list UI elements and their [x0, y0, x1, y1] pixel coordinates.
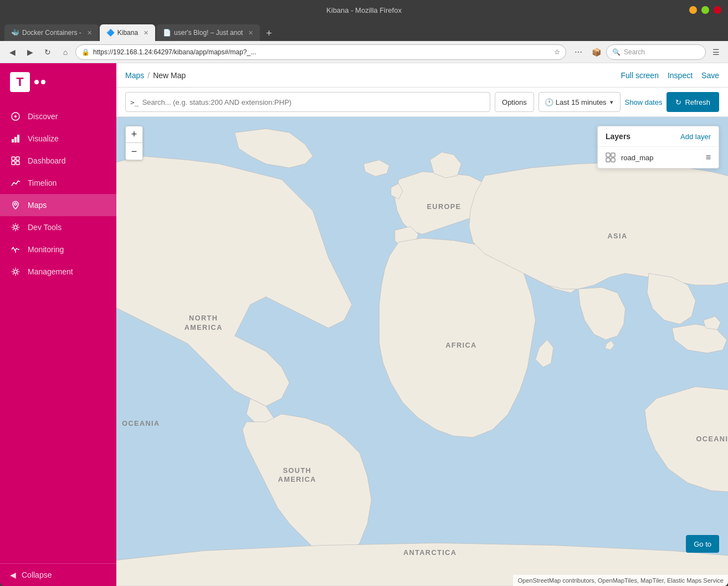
time-chevron-icon: ▼: [609, 99, 614, 105]
query-input-wrapper: >_: [125, 92, 490, 112]
breadcrumb-maps-link[interactable]: Maps: [125, 71, 144, 80]
sidebar-maps-label: Maps: [28, 201, 47, 210]
sidebar-discover-label: Discover: [28, 112, 58, 121]
content-area: Maps / New Map Full screen Inspect Save …: [116, 63, 728, 586]
svg-point-9: [14, 203, 17, 205]
svg-rect-3: [14, 137, 17, 142]
sidebar-monitoring-label: Monitoring: [28, 245, 64, 254]
window-title: Kibana - Mozilla Firefox: [326, 6, 402, 14]
sidebar-item-devtools[interactable]: Dev Tools: [0, 216, 116, 238]
svg-rect-24: [611, 153, 615, 157]
sidebar: T Discover Visualize: [0, 63, 116, 586]
forward-button[interactable]: ▶: [22, 44, 38, 60]
world-map: NORTH AMERICA EUROPE ASIA AFRICA SOUTH A…: [116, 117, 728, 586]
sidebar-item-discover[interactable]: Discover: [0, 105, 116, 128]
zoom-controls: + −: [125, 126, 143, 160]
sidebar-visualize-label: Visualize: [28, 134, 59, 143]
navigation-bar: ◀ ▶ ↻ ⌂ 🔒 https://192.168.1.24:64297/kib…: [0, 41, 728, 63]
tab-docker[interactable]: 🐳 Docker Containers - ✕: [4, 24, 99, 41]
topbar-actions: Full screen Inspect Save: [621, 71, 719, 80]
devtools-icon: [10, 222, 21, 233]
inspect-button[interactable]: Inspect: [668, 71, 693, 80]
svg-point-1: [14, 115, 17, 118]
svg-text:EUROPE: EUROPE: [427, 203, 461, 211]
time-icon: 🕐: [545, 98, 553, 106]
svg-text:OCEANIA: OCEANIA: [122, 420, 160, 427]
zoom-in-button[interactable]: +: [126, 126, 142, 143]
logo-dot-1: [34, 80, 39, 84]
query-prompt: >_: [130, 98, 139, 106]
svg-text:AMERICA: AMERICA: [278, 476, 316, 483]
monitoring-icon: [10, 244, 21, 255]
url-text: https://192.168.1.24:64297/kibana/app/ma…: [93, 48, 551, 56]
goto-button[interactable]: Go to: [686, 535, 719, 553]
layer-menu-icon[interactable]: ≡: [706, 152, 711, 162]
tab-blog-favicon: 📄: [163, 29, 171, 37]
svg-rect-5: [12, 157, 15, 160]
extensions-button[interactable]: ⋯: [571, 44, 586, 60]
logo-t: T: [10, 72, 30, 92]
maps-icon: [10, 200, 21, 211]
tab-kibana-close[interactable]: ✕: [143, 29, 148, 37]
breadcrumb: Maps / New Map: [125, 71, 186, 80]
reload-button[interactable]: ↻: [40, 44, 55, 60]
search-placeholder: Search: [624, 48, 645, 56]
refresh-button[interactable]: ↻ Refresh: [667, 92, 719, 112]
tab-kibana[interactable]: 🔷 Kibana ✕: [100, 24, 155, 41]
time-picker[interactable]: 🕐 Last 15 minutes ▼: [539, 92, 621, 112]
address-bar[interactable]: 🔒 https://192.168.1.24:64297/kibana/app/…: [75, 44, 566, 60]
maximize-button[interactable]: [701, 6, 709, 14]
time-range: Last 15 minutes: [556, 98, 607, 106]
back-button[interactable]: ◀: [4, 44, 20, 60]
sidebar-nav: Discover Visualize Dashboard: [0, 101, 116, 563]
discover-icon: [10, 111, 21, 122]
show-dates-button[interactable]: Show dates: [625, 98, 663, 106]
map-container[interactable]: NORTH AMERICA EUROPE ASIA AFRICA SOUTH A…: [116, 117, 728, 586]
svg-rect-8: [16, 161, 19, 165]
svg-text:AMERICA: AMERICA: [184, 324, 223, 332]
add-layer-button[interactable]: Add layer: [680, 133, 711, 141]
main-content: T Discover Visualize: [0, 63, 728, 586]
sidebar-item-management[interactable]: Management: [0, 261, 116, 283]
sidebar-item-visualize[interactable]: Visualize: [0, 128, 116, 150]
svg-rect-2: [12, 139, 14, 142]
svg-text:OCEANIA: OCEANIA: [696, 435, 728, 443]
tab-docker-favicon: 🐳: [11, 29, 19, 37]
svg-point-10: [14, 226, 17, 229]
new-tab-button[interactable]: +: [261, 26, 276, 41]
tab-blog-close[interactable]: ✕: [248, 29, 253, 37]
options-button[interactable]: Options: [495, 92, 534, 112]
tab-blog[interactable]: 📄 user's Blog! – Just anot ✕: [156, 24, 260, 41]
svg-text:ANTARCTICA: ANTARCTICA: [403, 549, 457, 557]
sidebar-item-maps[interactable]: Maps: [0, 194, 116, 216]
query-input[interactable]: [142, 98, 485, 106]
browser-search-bar[interactable]: 🔍 Search: [606, 44, 706, 60]
container-icon[interactable]: 📦: [588, 44, 604, 60]
close-button[interactable]: [714, 6, 721, 14]
layers-panel: Layers Add layer road_map: [597, 126, 719, 169]
collapse-button[interactable]: ◀ Collapse: [0, 563, 116, 586]
svg-text:ASIA: ASIA: [608, 232, 628, 240]
map-attribution: OpenStreetMap contributors, OpenMapTiles…: [513, 575, 728, 586]
zoom-out-button[interactable]: −: [126, 143, 142, 160]
sidebar-item-timelion[interactable]: Timelion: [0, 172, 116, 194]
minimize-button[interactable]: [689, 6, 697, 14]
sidebar-item-monitoring[interactable]: Monitoring: [0, 238, 116, 261]
title-bar: Kibana - Mozilla Firefox: [0, 0, 728, 20]
breadcrumb-separator: /: [147, 71, 150, 80]
svg-rect-25: [606, 158, 610, 162]
home-button[interactable]: ⌂: [58, 44, 73, 60]
refresh-label: Refresh: [685, 98, 710, 106]
collapse-label: Collapse: [22, 570, 52, 579]
tab-kibana-label: Kibana: [117, 29, 138, 37]
save-button[interactable]: Save: [701, 71, 719, 80]
dashboard-icon: [10, 155, 21, 166]
svg-text:NORTH: NORTH: [189, 314, 218, 322]
layer-road-map-name: road_map: [621, 154, 700, 162]
menu-button[interactable]: ☰: [708, 44, 724, 60]
bookmark-icon[interactable]: ☆: [554, 48, 560, 56]
collapse-icon: ◀: [10, 570, 16, 579]
tab-docker-close[interactable]: ✕: [87, 29, 92, 37]
sidebar-item-dashboard[interactable]: Dashboard: [0, 150, 116, 172]
fullscreen-button[interactable]: Full screen: [621, 71, 658, 80]
